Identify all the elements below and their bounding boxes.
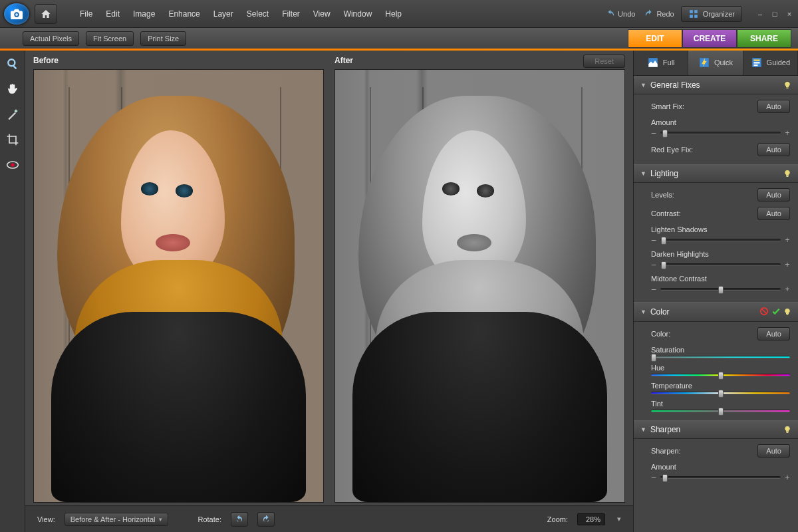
guided-icon [751,57,763,68]
smart-fix-auto-button[interactable]: Auto [757,100,790,113]
rotate-cw-icon [261,515,271,524]
eye-icon [6,158,19,172]
tint-slider[interactable] [651,410,790,412]
minimize-button[interactable]: – [755,10,765,18]
hue-slider[interactable] [651,374,790,376]
rotate-ccw-button[interactable] [231,512,248,527]
sharpen-label: Sharpen: [651,447,752,455]
menu-layer[interactable]: Layer [207,9,240,19]
contrast-auto-button[interactable]: Auto [757,207,790,220]
edit-mode-tabs: Full Quick Guided [634,49,798,76]
edit-tab-guided-label: Guided [767,59,790,66]
svg-point-9 [11,164,14,167]
zoom-value[interactable]: 28% [577,513,605,525]
after-image[interactable] [334,69,625,503]
lighten-shadows-slider[interactable]: –+ [651,235,790,245]
menu-select[interactable]: Select [240,9,275,19]
home-button[interactable] [35,4,57,24]
svg-rect-2 [690,10,693,13]
saturation-slider[interactable] [651,356,790,358]
full-icon [647,57,659,68]
svg-rect-7 [12,65,16,69]
section-general-fixes-body: Smart Fix:Auto Amount –+ Red Eye Fix:Aut… [634,94,798,164]
hand-tool[interactable] [5,81,21,97]
section-color-header[interactable]: ▼ Color [634,302,798,322]
svg-rect-5 [694,15,698,18]
redo-icon [644,9,654,19]
hue-label: Hue [651,364,790,372]
quick-select-tool[interactable] [5,106,21,122]
redo-label: Redo [656,10,674,18]
zoom-chevron-icon[interactable]: ▾ [617,515,621,523]
edit-tab-full[interactable]: Full [634,49,688,75]
svg-rect-3 [694,10,698,13]
before-image[interactable] [33,69,324,503]
hand-icon [6,82,19,96]
section-title: General Fixes [650,80,700,90]
view-mode-label: View: [37,515,55,523]
view-mode-dropdown[interactable]: Before & After - Horizontal ▾ [65,513,169,526]
menu-image[interactable]: Image [126,9,162,19]
print-size-button[interactable]: Print Size [140,31,186,46]
svg-rect-21 [787,432,789,434]
workspace-tab-edit[interactable]: EDIT [628,29,682,48]
color-label: Color: [651,330,752,338]
grid-icon [688,9,699,19]
reset-button[interactable]: Reset [583,55,625,68]
crop-tool[interactable] [5,132,21,148]
menu-edit[interactable]: Edit [99,9,126,19]
red-eye-label: Red Eye Fix: [651,146,752,154]
section-sharpen-header[interactable]: ▼ Sharpen [634,420,798,439]
menu-view[interactable]: View [307,9,337,19]
svg-line-19 [762,309,767,314]
tool-strip [0,49,25,532]
menu-filter[interactable]: Filter [275,9,307,19]
levels-auto-button[interactable]: Auto [757,188,790,201]
red-eye-auto-button[interactable]: Auto [757,143,790,156]
workspace-tab-share[interactable]: SHARE [737,29,791,48]
wand-icon [6,108,19,121]
redo-button[interactable]: Redo [644,9,674,19]
chevron-down-icon: ▾ [159,516,162,523]
section-general-fixes-header[interactable]: ▼ General Fixes [634,76,798,94]
commit-icon[interactable] [771,307,781,317]
section-title: Sharpen [650,425,680,434]
midtone-contrast-slider[interactable]: –+ [651,285,790,294]
canvas-area: Before After Reset [25,49,633,532]
collapse-icon: ▼ [640,426,646,433]
color-auto-button[interactable]: Auto [757,327,790,340]
workspace-tab-create[interactable]: CREATE [682,29,737,48]
maximize-button[interactable]: □ [770,10,779,18]
actual-pixels-button[interactable]: Actual Pixels [23,31,79,46]
menu-window[interactable]: Window [337,9,379,19]
general-amount-slider[interactable]: –+ [651,128,790,138]
redeye-tool[interactable] [5,157,21,173]
section-lighting-header[interactable]: ▼ Lighting [634,164,798,183]
tip-icon[interactable] [783,425,791,434]
close-button[interactable]: × [785,10,794,18]
organizer-button[interactable]: Organizer [681,6,742,22]
rotate-cw-button[interactable] [257,512,275,527]
sharpen-auto-button[interactable]: Auto [757,444,790,458]
cancel-icon[interactable] [759,307,769,317]
tip-icon[interactable] [783,80,791,90]
fit-screen-button[interactable]: Fit Screen [86,31,134,46]
section-title: Lighting [650,169,678,178]
camera-icon [9,8,24,20]
before-label: Before [33,56,324,65]
temperature-slider[interactable] [651,392,790,394]
collapse-icon: ▼ [640,309,646,315]
menu-help[interactable]: Help [378,9,408,19]
undo-button[interactable]: Undo [606,9,635,19]
edit-tab-quick[interactable]: Quick [688,49,743,75]
svg-rect-17 [787,176,789,178]
tip-icon[interactable] [783,169,791,178]
tip-icon[interactable] [783,307,791,317]
zoom-tool[interactable] [5,56,21,72]
darken-highlights-slider[interactable]: –+ [651,260,790,269]
svg-rect-14 [753,62,759,63]
edit-tab-guided[interactable]: Guided [743,49,798,75]
sharpen-amount-slider[interactable]: –+ [651,473,790,482]
menu-file[interactable]: File [73,9,99,19]
menu-enhance[interactable]: Enhance [162,9,206,19]
